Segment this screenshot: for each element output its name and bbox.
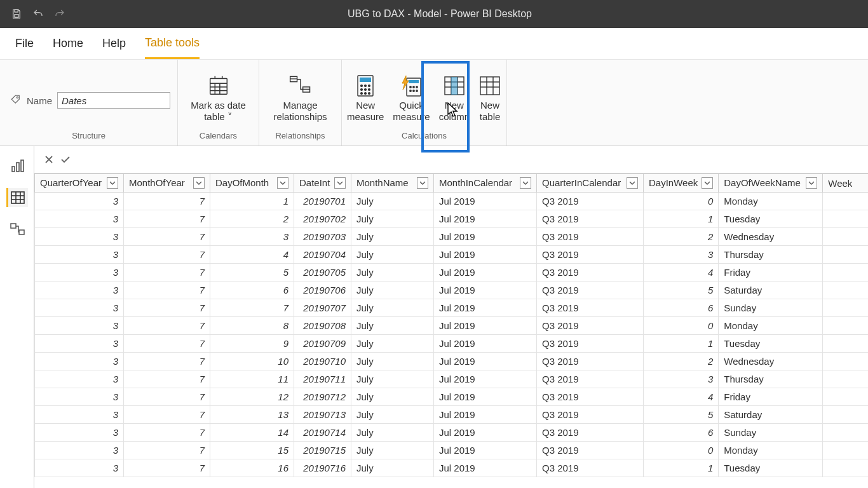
table-cell[interactable]: July [351,228,434,246]
table-row[interactable]: 371420190714JulyJul 2019Q3 20196Sunday [35,424,869,442]
table-cell[interactable]: 2 [644,353,719,370]
filter-dropdown-icon[interactable] [520,177,531,189]
table-cell[interactable]: 3 [210,228,294,246]
table-cell[interactable]: 20190712 [294,388,351,406]
table-cell[interactable]: Sunday [719,424,823,442]
tab-file[interactable]: File [15,29,34,58]
table-name-input[interactable] [57,92,170,109]
table-cell[interactable]: 20190707 [294,299,351,317]
table-cell[interactable]: Q3 2019 [537,424,644,442]
table-cell[interactable]: 7 [124,246,210,264]
table-cell[interactable]: Thursday [719,370,823,388]
redo-icon[interactable] [53,8,66,20]
table-cell[interactable]: 1 [210,193,294,210]
filter-dropdown-icon[interactable] [806,177,817,189]
table-cell[interactable]: 3 [35,264,124,281]
table-cell[interactable]: Q3 2019 [537,406,644,424]
table-cell[interactable]: July [351,317,434,335]
table-row[interactable]: 37820190708JulyJul 2019Q3 20190Monday [35,317,869,335]
table-cell[interactable]: July [351,264,434,281]
table-cell[interactable] [823,370,868,388]
table-cell[interactable]: 1 [644,335,719,353]
table-cell[interactable]: Jul 2019 [434,335,537,353]
table-row[interactable]: 37220190702JulyJul 2019Q3 20191Tuesday [35,210,869,228]
table-row[interactable]: 37520190705JulyJul 2019Q3 20194Friday [35,264,869,281]
table-cell[interactable]: 10 [210,353,294,370]
table-cell[interactable]: 20190711 [294,370,351,388]
table-cell[interactable] [823,193,868,210]
table-row[interactable]: 371320190713JulyJul 2019Q3 20195Saturday [35,406,869,424]
formula-commit-button[interactable] [57,151,74,168]
table-cell[interactable]: 7 [124,210,210,228]
table-cell[interactable]: 20190708 [294,317,351,335]
table-cell[interactable]: 3 [35,442,124,459]
tab-help[interactable]: Help [102,29,126,58]
table-cell[interactable] [823,246,868,264]
table-cell[interactable]: Jul 2019 [434,193,537,210]
table-cell[interactable]: 15 [210,442,294,459]
table-cell[interactable] [823,210,868,228]
table-cell[interactable]: 9 [210,335,294,353]
table-cell[interactable]: 7 [210,299,294,317]
table-cell[interactable]: Jul 2019 [434,281,537,299]
table-cell[interactable]: Jul 2019 [434,228,537,246]
new-column-button[interactable]: New column [435,69,473,123]
column-header[interactable]: QuarterOfYear [35,174,124,193]
table-cell[interactable]: July [351,353,434,370]
table-cell[interactable]: July [351,442,434,459]
table-row[interactable]: 371520190715JulyJul 2019Q3 20190Monday [35,442,869,459]
table-row[interactable]: 37420190704JulyJul 2019Q3 20193Thursday [35,246,869,264]
table-cell[interactable]: 0 [644,193,719,210]
table-cell[interactable]: Jul 2019 [434,299,537,317]
table-cell[interactable]: 3 [35,228,124,246]
table-cell[interactable]: July [351,388,434,406]
table-cell[interactable]: 14 [210,424,294,442]
model-view-button[interactable] [6,220,28,239]
table-cell[interactable]: 3 [35,246,124,264]
table-cell[interactable]: Q3 2019 [537,459,644,477]
table-cell[interactable]: 7 [124,353,210,370]
table-cell[interactable]: 3 [35,370,124,388]
table-cell[interactable] [823,353,868,370]
table-cell[interactable]: 0 [644,317,719,335]
table-cell[interactable]: 7 [124,193,210,210]
table-cell[interactable]: Q3 2019 [537,281,644,299]
data-grid[interactable]: QuarterOfYearMonthOfYearDayOfMonthDateIn… [34,173,868,488]
table-cell[interactable]: 3 [644,370,719,388]
table-cell[interactable]: Jul 2019 [434,264,537,281]
table-cell[interactable]: 20190706 [294,281,351,299]
table-cell[interactable]: Wednesday [719,353,823,370]
table-cell[interactable]: Tuesday [719,459,823,477]
table-cell[interactable]: Q3 2019 [537,193,644,210]
table-cell[interactable]: July [351,299,434,317]
table-cell[interactable]: 4 [210,246,294,264]
table-cell[interactable] [823,299,868,317]
formula-cancel-button[interactable] [41,151,57,168]
table-cell[interactable]: Jul 2019 [434,459,537,477]
table-cell[interactable]: July [351,370,434,388]
table-cell[interactable]: July [351,406,434,424]
table-cell[interactable]: 20190703 [294,228,351,246]
table-cell[interactable]: 3 [35,406,124,424]
table-cell[interactable]: July [351,424,434,442]
table-cell[interactable]: 20190702 [294,210,351,228]
table-cell[interactable] [823,442,868,459]
table-cell[interactable]: 7 [124,299,210,317]
table-cell[interactable]: July [351,193,434,210]
table-cell[interactable]: 3 [644,246,719,264]
table-cell[interactable]: Jul 2019 [434,370,537,388]
table-cell[interactable]: 6 [644,424,719,442]
column-header[interactable]: MonthInCalendar [434,174,537,193]
table-row[interactable]: 37720190707JulyJul 2019Q3 20196Sunday [35,299,869,317]
table-cell[interactable]: Monday [719,317,823,335]
column-header[interactable]: Week [823,174,868,193]
table-row[interactable]: 371020190710JulyJul 2019Q3 20192Wednesda… [35,353,869,370]
table-cell[interactable]: July [351,335,434,353]
table-cell[interactable]: Q3 2019 [537,388,644,406]
manage-relationships-button[interactable]: Manage relationships [269,69,330,123]
table-cell[interactable]: 1 [644,210,719,228]
table-row[interactable]: 37920190709JulyJul 2019Q3 20191Tuesday [35,335,869,353]
column-header[interactable]: DateInt [294,174,351,193]
table-cell[interactable]: 8 [210,317,294,335]
table-cell[interactable]: 3 [35,353,124,370]
